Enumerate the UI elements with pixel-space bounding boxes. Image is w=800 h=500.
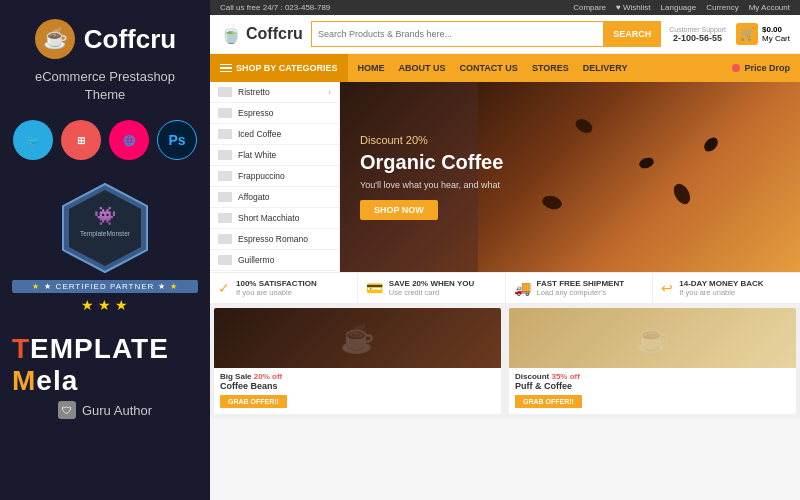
puff-img-icon: ☕ — [635, 322, 670, 355]
search-input[interactable] — [311, 21, 603, 47]
guru-icon: 🛡 — [58, 401, 76, 419]
nav-about[interactable]: ABOUT US — [399, 63, 446, 73]
sidebar-item-flat[interactable]: Flat White — [210, 145, 339, 166]
feature-satisfaction: ✓ 100% SATISFACTION If you are unable — [210, 273, 358, 303]
nav-home[interactable]: HOME — [358, 63, 385, 73]
multi-icon: 🌐 — [109, 120, 149, 160]
price-dot-icon — [732, 64, 740, 72]
feature-return: ↩ 14-DAY MONEY BACK If you are unable — [653, 273, 800, 303]
star-3: ★ — [115, 297, 128, 313]
hero-banner: Discount 20% Organic Coffee You'll love … — [340, 82, 800, 272]
cart-icon: 🛒 — [736, 23, 758, 45]
categories-button[interactable]: SHOP BY CATEGORIES — [210, 54, 348, 82]
feature-save-text: SAVE 20% WHEN YOU Use credit card — [389, 279, 475, 297]
nav-stores[interactable]: STORES — [532, 63, 569, 73]
sidebar-item-cortado[interactable]: Cortado — [210, 271, 339, 272]
nav-delivery[interactable]: DELIVERY — [583, 63, 628, 73]
wishlist-link[interactable]: ♥ Wishlist — [616, 3, 651, 12]
nav-links: HOME ABOUT US CONTACT US STORES DELIVERY — [348, 54, 638, 82]
feature-shipping-text: FAST FREE SHIPMENT Load any computer's — [537, 279, 625, 297]
svg-text:👾: 👾 — [94, 205, 117, 227]
sidebar-item-affogato[interactable]: Affogato — [210, 187, 339, 208]
product-card-puff: ☕ Discount 35% off Puff & Coffee GRAB OF… — [509, 308, 796, 414]
sidebar-item-macchiato[interactable]: Short Macchiato — [210, 208, 339, 229]
flat-icon — [218, 150, 232, 160]
compare-link[interactable]: Compare — [573, 3, 606, 12]
photoshop-icon: Ps — [157, 120, 197, 160]
account-link[interactable]: My Account — [749, 3, 790, 12]
sidebar-item-romano[interactable]: Espresso Romano — [210, 229, 339, 250]
badge-area: 👾 TemplateMonster ★ CERTIFIED PARTNER ★ … — [12, 180, 197, 313]
bean-3 — [541, 194, 564, 212]
hero-bg-image — [478, 82, 800, 272]
affogato-icon — [218, 192, 232, 202]
guru-label: Guru Author — [82, 403, 152, 418]
coffee-beans-img-icon: ☕ — [340, 322, 375, 355]
coffee-beans-overlay — [478, 82, 800, 272]
website-preview: Call us free 24/7 : 023-458-789 Compare … — [210, 0, 800, 500]
coffee-beans-name: Coffee Beans — [220, 381, 495, 391]
prestashop-icon: 🐦 — [13, 120, 53, 160]
sidebar-item-frappuccino[interactable]: Frappuccino — [210, 166, 339, 187]
header-right: Customer Support 2-100-56-55 🛒 $0.00My C… — [669, 23, 790, 45]
coffee-beans-btn[interactable]: GRAB OFFER!! — [220, 395, 287, 408]
sidebar-menu: Ristretto › Espresso Iced Coffee Flat Wh… — [210, 82, 340, 272]
sidebar-item-iced[interactable]: Iced Coffee — [210, 124, 339, 145]
ristretto-arrow: › — [328, 88, 331, 97]
feature-save: 💳 SAVE 20% WHEN YOU Use credit card — [358, 273, 506, 303]
puff-name: Puff & Coffee — [515, 381, 790, 391]
language-link[interactable]: Language — [661, 3, 697, 12]
features-bar: ✓ 100% SATISFACTION If you are unable 💳 … — [210, 272, 800, 304]
bean-4 — [702, 135, 721, 154]
ristretto-icon — [218, 87, 232, 97]
nav-bar: SHOP BY CATEGORIES HOME ABOUT US CONTACT… — [210, 54, 800, 82]
satisfaction-icon: ✓ — [218, 280, 230, 296]
brand-ela: ela — [36, 365, 78, 396]
currency-link[interactable]: Currency — [706, 3, 738, 12]
cart-info[interactable]: 🛒 $0.00My Cart — [736, 23, 790, 45]
puff-btn[interactable]: GRAB OFFER!! — [515, 395, 582, 408]
product-cards: ☕ Big Sale 20% off Coffee Beans GRAB OFF… — [210, 304, 800, 418]
search-button[interactable]: SEARCH — [603, 21, 661, 47]
top-bar: Call us free 24/7 : 023-458-789 Compare … — [210, 0, 800, 15]
main-body: Ristretto › Espresso Iced Coffee Flat Wh… — [210, 82, 800, 272]
bean-5 — [671, 180, 694, 206]
support-phone: 2-100-56-55 — [669, 33, 726, 43]
puff-coffee-image: ☕ — [509, 308, 796, 368]
hexagon-badge: 👾 TemplateMonster — [55, 180, 155, 276]
bean-2 — [638, 156, 656, 171]
sidebar-item-ristretto[interactable]: Ristretto › — [210, 82, 339, 103]
star-2: ★ — [98, 297, 111, 313]
brand-name: TEMPLATE Mela — [12, 333, 198, 397]
return-icon: ↩ — [661, 280, 673, 296]
shop-now-button[interactable]: SHOP NOW — [360, 200, 438, 220]
price-drop[interactable]: Price Drop — [732, 54, 800, 82]
hero-subtitle: You'll love what you hear, and what — [360, 180, 503, 190]
stars-row: ★ ★ ★ — [81, 297, 128, 313]
espresso-icon — [218, 108, 232, 118]
brand-emplate: EMPLATE — [30, 333, 169, 364]
site-logo-text: Coffcru — [246, 25, 303, 43]
product-card-coffee-beans: ☕ Big Sale 20% off Coffee Beans GRAB OFF… — [214, 308, 501, 414]
save-icon: 💳 — [366, 280, 383, 296]
bean-1 — [573, 116, 595, 135]
sidebar-item-espresso[interactable]: Espresso — [210, 103, 339, 124]
support-label: Customer Support — [669, 26, 726, 33]
top-bar-right: Compare ♥ Wishlist Language Currency My … — [573, 3, 790, 12]
categories-label: SHOP BY CATEGORIES — [236, 63, 338, 73]
brand-t: T — [12, 333, 30, 364]
tech-icons-row: 🐦 ⊞ 🌐 Ps — [13, 120, 197, 160]
price-drop-label: Price Drop — [744, 63, 790, 73]
coffee-cup-icon: ☕ — [34, 18, 76, 60]
left-subtitle: eCommerce PrestashopTheme — [35, 68, 175, 104]
guru-row: 🛡 Guru Author — [58, 401, 152, 419]
frappuccino-icon — [218, 171, 232, 181]
hero-title: Organic Coffee — [360, 150, 503, 174]
sidebar-item-guillermo[interactable]: Guillermo — [210, 250, 339, 271]
guillermo-icon — [218, 255, 232, 265]
feature-satisfaction-text: 100% SATISFACTION If you are unable — [236, 279, 317, 297]
shipping-icon: 🚚 — [514, 280, 531, 296]
nav-contact[interactable]: CONTACT US — [460, 63, 518, 73]
left-logo-area: ☕ Coffcru — [34, 18, 176, 60]
puff-info: Discount 35% off Puff & Coffee GRAB OFFE… — [509, 368, 796, 414]
